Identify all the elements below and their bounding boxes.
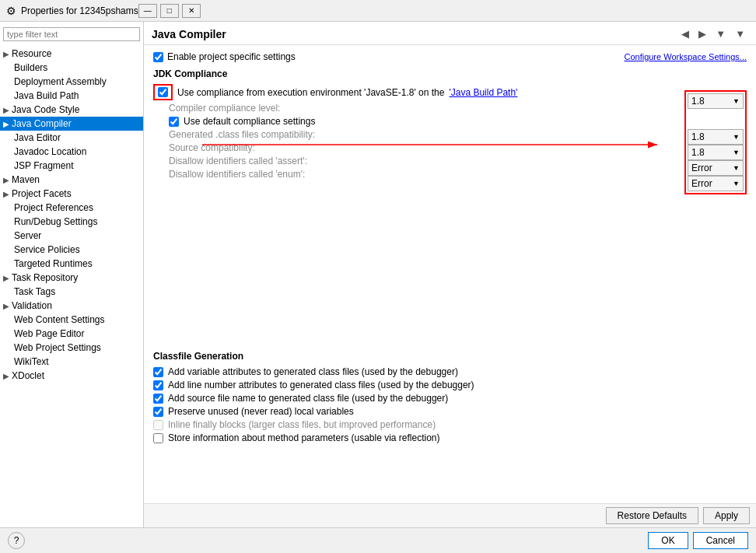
nav-down-button[interactable]: ▼ bbox=[712, 26, 729, 41]
sidebar-item-maven[interactable]: ▶ Maven bbox=[0, 173, 143, 187]
nav-more-button[interactable]: ▼ bbox=[732, 26, 748, 41]
disallow-assert-value: Error bbox=[691, 163, 712, 173]
enable-project-settings-checkbox[interactable] bbox=[153, 52, 163, 62]
sidebar-item-javadoc-location[interactable]: Javadoc Location bbox=[0, 145, 143, 159]
restore-defaults-button[interactable]: Restore Defaults bbox=[606, 507, 698, 524]
help-button[interactable]: ? bbox=[8, 532, 25, 549]
sidebar-item-label: Javadoc Location bbox=[14, 146, 86, 157]
preserve-unused-checkbox[interactable] bbox=[153, 407, 163, 417]
ok-button[interactable]: OK bbox=[648, 532, 688, 549]
add-variable-label: Add variable attributes to generated cla… bbox=[168, 366, 458, 377]
generated-class-select-row: 1.8 ▼ bbox=[688, 129, 744, 145]
disallow-assert-arrow-icon: ▼ bbox=[733, 164, 740, 172]
expand-arrow-icon: ▶ bbox=[3, 274, 9, 282]
sidebar-item-xdoclet[interactable]: ▶ XDoclet bbox=[0, 369, 143, 383]
sidebar-item-label: Java Code Style bbox=[12, 104, 79, 115]
sidebar-item-web-page-editor[interactable]: Web Page Editor bbox=[0, 327, 143, 341]
sidebar-item-java-code-style[interactable]: ▶ Java Code Style bbox=[0, 103, 143, 117]
sidebar-item-builders[interactable]: Builders bbox=[0, 61, 143, 75]
source-compat-row: Source compatibility: bbox=[169, 142, 747, 153]
use-default-label: Use default compliance settings bbox=[184, 116, 315, 127]
expand-arrow-icon: ▶ bbox=[3, 176, 9, 184]
sidebar-item-server[interactable]: Server bbox=[0, 229, 143, 243]
java-build-path-link[interactable]: 'Java Build Path' bbox=[449, 87, 517, 98]
sidebar-item-label: Task Tags bbox=[14, 286, 55, 297]
sidebar-item-web-content-settings[interactable]: Web Content Settings bbox=[0, 313, 143, 327]
use-compliance-checkbox[interactable] bbox=[158, 87, 168, 97]
forward-button[interactable]: ▶ bbox=[695, 26, 709, 41]
enable-label: Enable project specific settings bbox=[167, 51, 296, 62]
store-info-checkbox[interactable] bbox=[153, 433, 163, 443]
generated-class-value: 1.8 bbox=[691, 131, 705, 142]
sidebar-item-jsp-fragment[interactable]: JSP Fragment bbox=[0, 159, 143, 173]
sidebar-item-wikitext[interactable]: WikiText bbox=[0, 355, 143, 369]
disallow-enum-value: Error bbox=[691, 178, 712, 189]
footer: ? OK Cancel bbox=[0, 527, 756, 553]
sidebar-item-label: Project Facets bbox=[12, 188, 72, 199]
use-default-checkbox[interactable] bbox=[169, 117, 179, 127]
use-compliance-row: Use compliance from execution environmen… bbox=[153, 84, 747, 100]
sidebar-item-task-repository[interactable]: ▶ Task Repository bbox=[0, 271, 143, 285]
add-variable-checkbox[interactable] bbox=[153, 367, 163, 377]
sidebar-item-label: Java Editor bbox=[14, 132, 61, 143]
expand-arrow-icon: ▶ bbox=[3, 372, 9, 380]
generated-row: Generated .class files compatibility: bbox=[169, 129, 747, 140]
sidebar-item-validation[interactable]: ▶ Validation bbox=[0, 299, 143, 313]
sidebar-item-project-references[interactable]: Project References bbox=[0, 201, 143, 215]
sidebar-item-label: XDoclet bbox=[12, 370, 44, 381]
classfile-generation-section: Classfile Generation Add variable attrib… bbox=[153, 351, 747, 443]
sidebar-item-run-debug-settings[interactable]: Run/Debug Settings bbox=[0, 215, 143, 229]
source-label: Source compatibility: bbox=[169, 142, 255, 153]
source-compat-arrow-icon: ▼ bbox=[733, 149, 740, 156]
sidebar-item-label: Server bbox=[14, 230, 41, 241]
sidebar-item-deployment-assembly[interactable]: Deployment Assembly bbox=[0, 75, 143, 89]
page-title: Java Compiler bbox=[152, 28, 226, 40]
sidebar-item-label: JSP Fragment bbox=[14, 160, 73, 171]
minimize-button[interactable]: — bbox=[138, 4, 157, 18]
close-button[interactable]: ✕ bbox=[182, 4, 201, 18]
titlebar-controls: — □ ✕ bbox=[138, 4, 201, 18]
disallow-assert-select-row: Error ▼ bbox=[688, 160, 744, 176]
content-body: Enable project specific settings Configu… bbox=[144, 45, 756, 503]
titlebar: ⚙ Properties for 12345pshams — □ ✕ bbox=[0, 0, 756, 22]
sidebar-item-task-tags[interactable]: Task Tags bbox=[0, 285, 143, 299]
titlebar-title: Properties for 12345pshams bbox=[21, 5, 138, 16]
sidebar-item-label: Validation bbox=[12, 300, 52, 311]
configure-workspace-link[interactable]: Configure Workspace Settings... bbox=[624, 52, 747, 61]
add-line-checkbox[interactable] bbox=[153, 380, 163, 390]
filter-input[interactable] bbox=[3, 27, 140, 41]
sidebar-item-label: Builders bbox=[14, 62, 47, 73]
sidebar-item-java-editor[interactable]: Java Editor bbox=[0, 131, 143, 145]
add-variable-row: Add variable attributes to generated cla… bbox=[153, 366, 747, 377]
disallow-enum-row: Disallow identifiers called 'enum': bbox=[169, 169, 747, 180]
store-info-row: Store information about method parameter… bbox=[153, 432, 747, 443]
add-source-checkbox[interactable] bbox=[153, 394, 163, 404]
compliance-level-select-row: 1.8 ▼ bbox=[688, 93, 744, 109]
apply-button[interactable]: Apply bbox=[703, 507, 750, 524]
disallow-enum-select-row: Error ▼ bbox=[688, 176, 744, 191]
sidebar-item-label: WikiText bbox=[14, 356, 49, 367]
content-header: Java Compiler ◀ ▶ ▼ ▼ bbox=[144, 22, 756, 45]
enable-left: Enable project specific settings bbox=[153, 51, 296, 62]
back-button[interactable]: ◀ bbox=[678, 26, 692, 41]
sidebar-item-resource[interactable]: ▶ Resource bbox=[0, 47, 143, 61]
sidebar: ▶ Resource Builders Deployment Assembly … bbox=[0, 22, 144, 527]
sidebar-item-targeted-runtimes[interactable]: Targeted Runtimes bbox=[0, 257, 143, 271]
sidebar-item-label: Service Policies bbox=[14, 244, 80, 255]
maximize-button[interactable]: □ bbox=[160, 4, 179, 18]
sidebar-item-project-facets[interactable]: ▶ Project Facets bbox=[0, 187, 143, 201]
sidebar-item-java-build-path[interactable]: Java Build Path bbox=[0, 89, 143, 103]
sidebar-item-label: Run/Debug Settings bbox=[14, 216, 97, 227]
jdk-compliance-section: JDK Compliance Use compliance from execu… bbox=[153, 68, 747, 180]
cancel-button[interactable]: Cancel bbox=[693, 532, 748, 549]
sidebar-item-label: Java Compiler bbox=[12, 118, 72, 129]
sidebar-item-label: Targeted Runtimes bbox=[14, 258, 93, 269]
sidebar-item-service-policies[interactable]: Service Policies bbox=[0, 243, 143, 257]
use-default-row: Use default compliance settings bbox=[169, 116, 747, 127]
preserve-unused-label: Preserve unused (never read) local varia… bbox=[168, 406, 354, 417]
disallow-enum-arrow-icon: ▼ bbox=[733, 180, 740, 187]
sidebar-item-label: Task Repository bbox=[12, 272, 78, 283]
sidebar-item-label: Web Page Editor bbox=[14, 328, 85, 339]
sidebar-item-web-project-settings[interactable]: Web Project Settings bbox=[0, 341, 143, 355]
sidebar-item-java-compiler[interactable]: ▶ Java Compiler bbox=[0, 117, 143, 131]
